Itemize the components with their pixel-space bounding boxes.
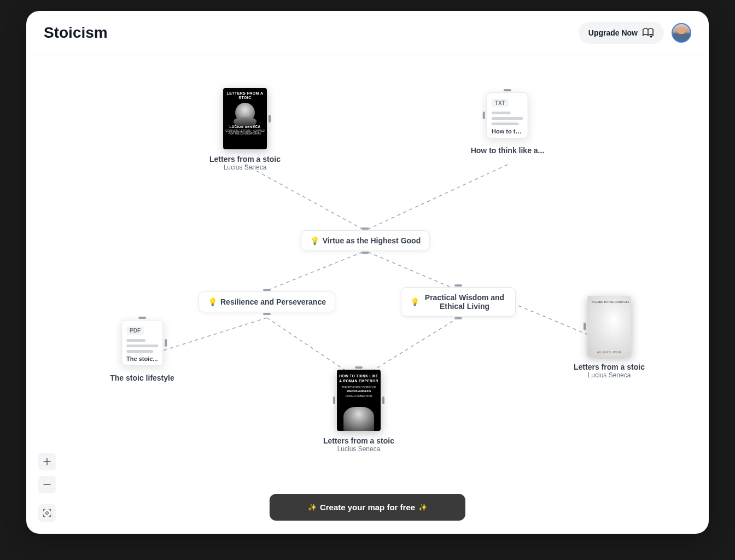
node-author: Lucius Seneca (337, 445, 381, 453)
lightbulb-icon: 💡 (410, 298, 419, 306)
header-actions: Upgrade Now (579, 22, 691, 44)
book-cover: HOW TO THINK LIKE A ROMAN EMPEROR THE ST… (337, 370, 381, 431)
cover-title: HOW TO THINK LIKE A ROMAN EMPEROR (339, 374, 378, 384)
cta-label: Create your map for free (320, 503, 415, 512)
book-cover-wrap: LETTERS FROM A STOIC LUCIUS SENECA COMPL… (223, 88, 267, 149)
upgrade-button[interactable]: Upgrade Now (579, 22, 664, 44)
handle-icon (355, 366, 363, 369)
cover-subtitle: THE STOIC PHILOSOPHY OF (342, 386, 376, 389)
handle-icon (138, 317, 146, 319)
concept-label: Virtue as the Highest Good (323, 236, 421, 245)
file-card: TXT How to thi... (487, 92, 528, 138)
file-card-wrap: TXT How to thi... (487, 92, 528, 138)
file-card-title: How to thi... (492, 128, 523, 135)
handle-icon (269, 115, 271, 122)
file-card: PDF The stoic... (121, 320, 163, 366)
svg-line-4 (368, 252, 458, 290)
file-badge: TXT (492, 99, 509, 107)
svg-line-3 (267, 252, 363, 290)
minus-icon (43, 481, 51, 488)
concept-label: Resilience and Perseverance (220, 298, 326, 306)
zoom-out-button[interactable] (38, 476, 56, 493)
book-cover: LETTERS FROM A STOIC LUCIUS SENECA COMPL… (223, 88, 267, 149)
app-window: Stoicism Upgrade Now (26, 11, 709, 534)
node-concept-virtue[interactable]: 💡 Virtue as the Highest Good (301, 230, 430, 251)
sparkle-icon: ✨ (308, 503, 317, 511)
cover-byline: DONALD ROBERTSON (346, 395, 372, 398)
node-concept-resilience[interactable]: 💡 Resilience and Perseverance (199, 291, 335, 312)
upgrade-label: Upgrade Now (588, 28, 638, 37)
handle-icon (165, 339, 167, 347)
bust-icon (343, 407, 374, 431)
node-file-how-to-think[interactable]: TXT How to thi... How to think like a... (471, 92, 545, 155)
book-cover-wrap: A GUIDE TO THE GOOD LIFE WILLIAM B. IRVI… (587, 296, 631, 357)
node-file-stoic-lifestyle[interactable]: PDF The stoic... The stoic lifestyle (110, 320, 174, 382)
cover-title: A GUIDE TO THE GOOD LIFE (592, 300, 629, 304)
handle-icon (584, 323, 586, 330)
edges-layer (26, 55, 709, 534)
file-badge: PDF (126, 326, 144, 335)
handle-icon (483, 112, 485, 119)
svg-line-5 (163, 318, 267, 351)
header: Stoicism Upgrade Now (26, 11, 709, 55)
avatar[interactable] (672, 23, 691, 43)
plus-icon (43, 458, 51, 465)
file-card-title: The stoic... (126, 355, 158, 362)
svg-line-7 (361, 318, 458, 378)
sparkle-icon: ✨ (418, 503, 427, 511)
handle-icon (333, 396, 335, 404)
handle-icon (382, 396, 384, 404)
svg-line-2 (368, 165, 508, 229)
scan-icon (42, 508, 52, 518)
node-title: The stoic lifestyle (110, 374, 174, 382)
book-cover-wrap: HOW TO THINK LIKE A ROMAN EMPEROR THE ST… (337, 370, 381, 431)
concept-pill: 💡 Practical Wisdom and Ethical Living (401, 287, 516, 317)
concept-label: Practical Wisdom and Ethical Living (423, 293, 506, 311)
node-book-letters-right[interactable]: A GUIDE TO THE GOOD LIFE WILLIAM B. IRVI… (574, 296, 645, 379)
page-title: Stoicism (44, 24, 108, 42)
cover-title: LETTERS FROM A STOIC (225, 91, 265, 101)
node-book-letters-top[interactable]: LETTERS FROM A STOIC LUCIUS SENECA COMPL… (209, 88, 281, 171)
node-author: Lucius Seneca (224, 164, 267, 171)
create-map-button[interactable]: ✨ Create your map for free ✨ (270, 494, 465, 521)
book-cover: A GUIDE TO THE GOOD LIFE WILLIAM B. IRVI… (587, 296, 631, 357)
node-title: Letters from a stoic (574, 363, 645, 371)
cover-subject: MARCUS AURELIUS (347, 390, 371, 393)
node-concept-practical[interactable]: 💡 Practical Wisdom and Ethical Living (401, 287, 516, 317)
concept-pill: 💡 Virtue as the Highest Good (301, 230, 430, 251)
node-title: How to think like a... (471, 146, 545, 155)
zoom-in-button[interactable] (38, 453, 56, 470)
bust-icon (235, 103, 255, 122)
handle-icon (504, 89, 511, 91)
node-book-roman-emperor[interactable]: HOW TO THINK LIKE A ROMAN EMPEROR THE ST… (323, 370, 394, 453)
cover-byline: WILLIAM B. IRVINE (587, 351, 631, 354)
cover-subtitle: COMPLETE LETTERS • ADAPTED FOR THE CONTE… (225, 130, 265, 135)
lightbulb-icon: 💡 (310, 236, 319, 245)
node-title: Letters from a stoic (323, 436, 394, 445)
placeholder-lines (126, 339, 158, 353)
lightbulb-icon: 💡 (208, 298, 217, 306)
svg-line-6 (267, 318, 357, 378)
node-title: Letters from a stoic (209, 155, 281, 164)
fit-view-button[interactable] (38, 504, 56, 522)
placeholder-lines (492, 112, 523, 125)
map-canvas[interactable]: LETTERS FROM A STOIC LUCIUS SENECA COMPL… (26, 55, 709, 534)
node-author: Lucius Seneca (588, 371, 631, 379)
zoom-controls (38, 453, 56, 522)
svg-point-9 (46, 512, 49, 515)
svg-line-1 (245, 165, 363, 229)
book-download-icon (642, 27, 654, 38)
file-card-wrap: PDF The stoic... (121, 320, 163, 366)
concept-pill: 💡 Resilience and Perseverance (199, 291, 335, 312)
